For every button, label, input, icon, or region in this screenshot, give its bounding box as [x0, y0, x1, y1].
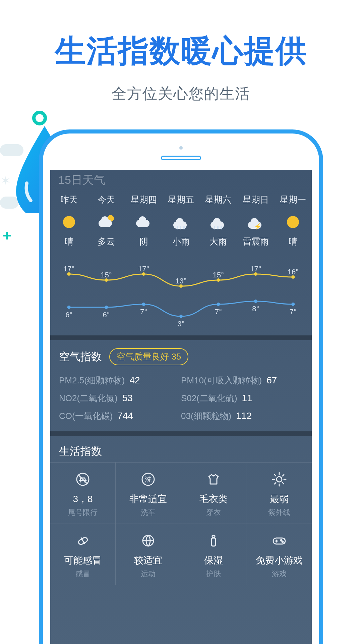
svg-rect-30: [212, 538, 216, 546]
air-quality-item[interactable]: PM10(可吸入颗粒物)67: [181, 375, 303, 386]
svg-text:洗: 洗: [145, 476, 152, 483]
air-quality-item[interactable]: 03(细颗粒物)112: [181, 410, 303, 422]
forecast-day-label: 星期六: [200, 194, 237, 206]
rain-weather-icon: [162, 214, 199, 230]
deco-plus-icon: +: [3, 227, 11, 244]
forecast-day-condition: 小雨: [162, 236, 199, 248]
air-quality-item-value: 744: [117, 411, 133, 421]
section-divider: [50, 431, 312, 436]
rain-weather-icon: [200, 214, 237, 230]
svg-point-36: [282, 541, 283, 542]
life-index-item[interactable]: 毛衣类穿衣: [181, 462, 246, 524]
forecast-high-temp: 17°: [138, 265, 149, 273]
sun-weather-icon: [275, 214, 312, 230]
forecast-day-column[interactable]: 星期一晴: [275, 194, 312, 248]
forecast-low-temp: 7°: [140, 308, 147, 316]
forecast-day-condition: 多云: [87, 236, 125, 248]
forecast-section-title: 15日天气: [50, 170, 312, 188]
air-quality-section: 空气指数 空气质量良好 35 PM2.5(细颗粒物)42PM10(可吸入颗粒物)…: [50, 340, 312, 431]
forecast-high-temp: 17°: [63, 265, 74, 273]
svg-rect-31: [212, 535, 215, 537]
life-index-category: 尾号限行: [50, 507, 115, 518]
air-quality-item[interactable]: NO2(二氧化氮)53: [59, 392, 181, 404]
sun-weather-icon: [50, 214, 87, 230]
forecast-high-temp: 13°: [175, 277, 186, 285]
svg-point-35: [281, 540, 282, 541]
life-index-value: 3，8: [50, 493, 115, 505]
forecast-day-condition: 雷震雨: [237, 236, 274, 248]
forecast-day-column[interactable]: 星期五小雨: [162, 194, 199, 248]
forecast-low-temp: 3°: [177, 320, 184, 328]
life-index-value: 较适宜: [116, 554, 181, 567]
forecast-low-temp: 7°: [290, 308, 297, 316]
air-quality-item[interactable]: PM2.5(细颗粒物)42: [59, 375, 181, 386]
forecast-low-temp: 6°: [103, 311, 110, 319]
svg-point-8: [105, 306, 108, 309]
wash-icon: 洗: [116, 471, 181, 488]
deco-ring-icon: [32, 111, 47, 125]
life-index-item[interactable]: 保湿护肤: [181, 524, 246, 585]
svg-point-18: [277, 477, 282, 482]
svg-point-11: [217, 303, 220, 306]
ball-icon: [116, 532, 181, 549]
storm-weather-icon: ⚡: [237, 214, 274, 230]
life-index-category: 紫外线: [246, 507, 312, 518]
air-quality-item-value: 53: [122, 393, 133, 404]
cloud-weather-icon: [125, 214, 162, 230]
forecast-day-column[interactable]: 星期六大雨: [200, 194, 237, 248]
life-index-grid: 3，8尾号限行洗非常适宜洗车毛衣类穿衣最弱紫外线可能感冒感冒较适宜运动保湿护肤免…: [50, 462, 312, 585]
forecast-day-condition: 晴: [275, 236, 312, 248]
lotion-icon: [181, 532, 246, 549]
forecast-day-condition: 大雨: [200, 236, 237, 248]
life-index-value: 可能感冒: [50, 554, 115, 567]
shirt-icon: [181, 471, 246, 488]
life-index-item[interactable]: 免费小游戏游戏: [246, 524, 312, 585]
forecast-temperature-chart: 17°15°17°13°15°17°16°6°6°7°3°7°8°7°: [50, 255, 312, 335]
air-quality-item-name: CO(一氧化碳): [59, 410, 113, 422]
air-quality-item-name: NO2(二氧化氮): [59, 392, 118, 404]
air-quality-item[interactable]: S02(二氧化硫)11: [181, 392, 303, 404]
svg-point-7: [67, 306, 71, 309]
svg-point-10: [179, 315, 183, 318]
life-index-item[interactable]: 3，8尾号限行: [50, 462, 116, 524]
svg-line-15: [78, 475, 87, 484]
forecast-day-column[interactable]: 今天多云: [87, 194, 125, 248]
life-index-category: 护肤: [181, 569, 246, 579]
forecast-day-label: 昨天: [50, 194, 87, 206]
forecast-day-label: 星期一: [275, 194, 312, 206]
life-index-section: 生活指数 3，8尾号限行洗非常适宜洗车毛衣类穿衣最弱紫外线可能感冒感冒较适宜运动…: [50, 436, 312, 585]
svg-line-24: [283, 483, 284, 484]
forecast-day-label: 星期日: [237, 194, 274, 206]
forecast-day-column[interactable]: 星期日⚡雷震雨: [237, 194, 274, 248]
forecast-day-condition: 晴: [50, 236, 87, 248]
air-quality-item[interactable]: CO(一氧化碳)744: [59, 410, 181, 422]
life-index-item[interactable]: 可能感冒感冒: [50, 524, 116, 585]
forecast-high-temp: 15°: [101, 271, 112, 279]
life-index-category: 游戏: [246, 569, 312, 579]
air-quality-badge[interactable]: 空气质量良好 35: [109, 348, 188, 365]
air-quality-item-name: PM10(可吸入颗粒物): [181, 375, 262, 386]
deco-star-icon: ✶: [1, 174, 11, 188]
life-index-item[interactable]: 洗非常适宜洗车: [116, 462, 181, 524]
life-index-item[interactable]: 最弱紫外线: [246, 462, 312, 524]
pill-icon: [50, 532, 115, 549]
forecast-high-temp: 17°: [250, 265, 261, 273]
forecast-day-column[interactable]: 星期四阴: [125, 194, 162, 248]
life-index-value: 非常适宜: [116, 493, 181, 505]
promo-headline: 生活指数暖心提供 全方位关心您的生活: [0, 0, 362, 104]
forecast-day-column[interactable]: 昨天晴: [50, 194, 87, 248]
life-index-category: 洗车: [116, 507, 181, 518]
phone-mockup: 15日天气 昨天晴今天多云星期四阴星期五小雨星期六大雨星期日⚡雷震雨星期一晴 1…: [39, 129, 323, 644]
life-index-value: 毛衣类: [181, 493, 246, 505]
forecast-day-label: 星期五: [162, 194, 199, 206]
app-screen: 15日天气 昨天晴今天多云星期四阴星期五小雨星期六大雨星期日⚡雷震雨星期一晴 1…: [50, 170, 312, 644]
life-index-category: 穿衣: [181, 507, 246, 518]
car-no-icon: [50, 471, 115, 488]
headline-subtitle: 全方位关心您的生活: [0, 84, 362, 104]
air-quality-item-name: S02(二氧化硫): [181, 392, 237, 404]
life-index-value: 免费小游戏: [246, 554, 312, 567]
air-quality-item-value: 67: [266, 375, 277, 386]
life-index-item[interactable]: 较适宜运动: [116, 524, 181, 585]
svg-line-23: [275, 475, 276, 476]
cloud-sun-weather-icon: [87, 214, 125, 230]
